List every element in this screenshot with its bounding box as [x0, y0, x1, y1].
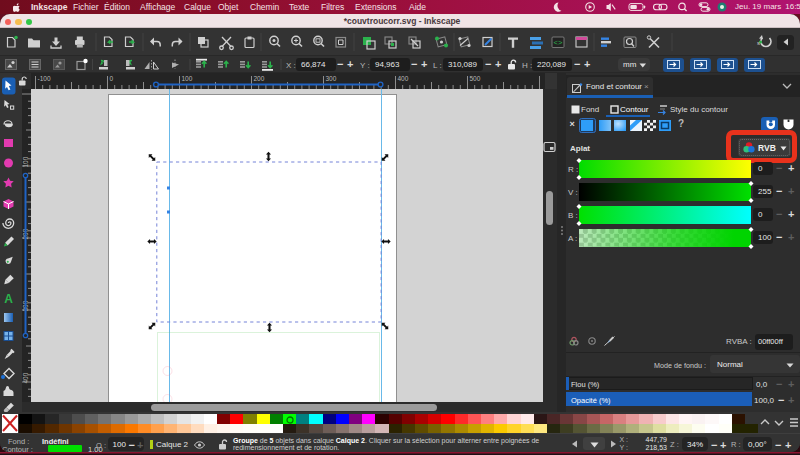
svg-text:400: 400	[398, 75, 409, 82]
svg-text:300: 300	[326, 75, 337, 82]
svg-text:A: A	[4, 292, 13, 306]
svg-text:400: 400	[22, 372, 29, 383]
svg-text:0: 0	[110, 75, 114, 82]
svg-text:<>: <>	[554, 38, 563, 47]
svg-text:200: 200	[254, 75, 265, 82]
svg-text:100: 100	[182, 75, 193, 82]
svg-text:500: 500	[470, 75, 481, 82]
svg-text:s: s	[757, 40, 760, 46]
svg-text:-100: -100	[38, 75, 51, 82]
svg-text:100: 100	[22, 156, 29, 167]
